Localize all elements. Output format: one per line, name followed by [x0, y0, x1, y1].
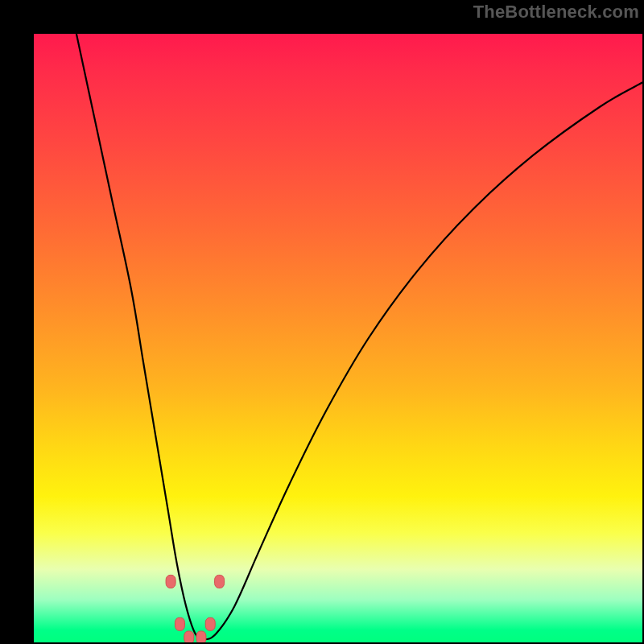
curve-marker [184, 631, 194, 642]
curve-marker [215, 575, 225, 588]
curve-marker [175, 617, 184, 630]
curve-layer [34, 34, 642, 642]
bottleneck-curve [76, 34, 642, 639]
curve-marker [166, 575, 175, 588]
plot-area [34, 34, 642, 642]
curve-marker [196, 631, 206, 642]
chart-frame [16, 16, 628, 628]
watermark-text: TheBottleneck.com [473, 2, 639, 23]
curve-marker [205, 617, 215, 630]
